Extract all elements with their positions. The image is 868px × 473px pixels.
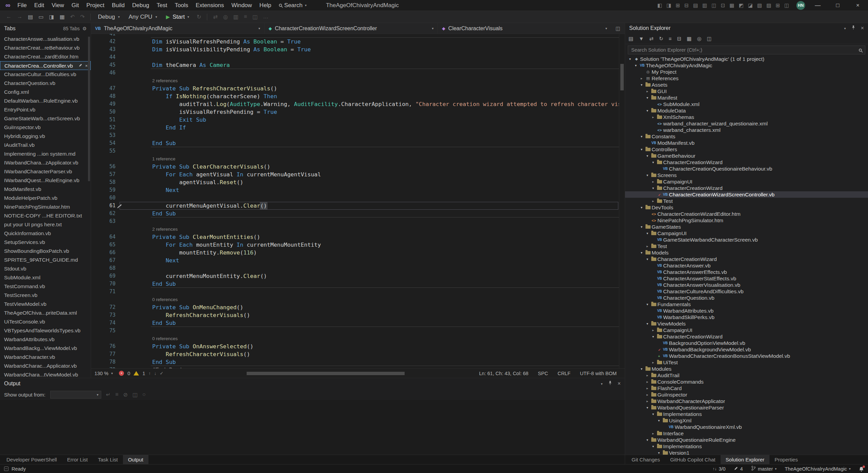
code-line[interactable]: 65 For Each mountEntity In currentMenuMo… [91,241,619,249]
split-icon[interactable]: ◫ [712,2,716,8]
code-line[interactable]: 71 [91,288,619,296]
chevron-down-icon[interactable]: ▾ [644,302,650,306]
chevron-right-icon[interactable]: ▸ [644,393,650,397]
close-icon[interactable]: × [861,25,864,31]
chevron-right-icon[interactable]: ▸ [650,180,656,183]
document-tab[interactable]: TheAgeOfChiva...priteData.xml [0,309,91,317]
background-tasks-icon[interactable] [4,467,8,471]
document-tab[interactable]: TestViewModel.vb [0,300,91,309]
chevron-down-icon[interactable]: ▾ [656,451,662,455]
chevron-right-icon[interactable]: ▸ [644,386,650,390]
notifications-bell-icon[interactable] [859,466,864,472]
breadcrumb-class-dropdown[interactable]: ◆ CharacterCreationWizardScreenControlle… [265,23,438,34]
document-tab[interactable]: Implementing ...ion system.md [0,150,91,158]
debug-configuration-dropdown[interactable]: Debug▾ [94,14,124,20]
code-line[interactable]: 59 Next [91,186,619,194]
code-line[interactable]: 55 [91,147,619,155]
tree-item[interactable]: VBCharacterAnswer.vb [625,262,868,269]
code-line[interactable]: 68 [91,264,619,272]
shade-icon[interactable]: ◩ [739,2,743,8]
document-tab[interactable]: IWarbandQuest...RuleEngine.vb [0,176,91,185]
document-tab[interactable]: VBTypesAndTaleworldsTypes.vb [0,326,91,335]
tree-item[interactable]: ▾Version1 [625,450,868,455]
chevron-down-icon[interactable]: ▾ [627,57,633,61]
zoom-control[interactable]: 130 %▾ [94,371,116,376]
code-line[interactable]: 74End Sub [91,319,619,327]
branch-selector[interactable]: master ▾ [751,466,777,472]
menu-debug[interactable]: Debug [128,0,153,11]
chevron-down-icon[interactable]: ▾ [644,438,650,442]
tree-item[interactable]: ▸CampaignUI [625,327,868,333]
document-tab[interactable]: put your UI pngs here.txt [0,220,91,229]
tree-item[interactable]: VB✓CharacterCreationWizardScreenControll… [625,191,868,198]
tree-item[interactable]: ▾Screens [625,172,868,178]
show-all-files-icon[interactable]: ▦ [687,36,692,42]
document-tab[interactable]: WarbandCharac...Applicator.vb [0,362,91,370]
chevron-down-icon[interactable]: ▾ [639,225,644,229]
chevron-down-icon[interactable]: ▾ [601,382,603,386]
save-icon[interactable]: ◨ [46,14,57,20]
tree-item[interactable]: ▾Implementations [625,443,868,450]
line-ending[interactable]: CRLF [557,371,570,376]
tree-item[interactable]: ▾Constants [625,133,868,140]
tree-item[interactable]: ▸▤References [625,75,868,82]
pending-edits-button[interactable]: 4 [734,466,743,472]
document-tab[interactable]: GameStateWarb...cterScreen.vb [0,114,91,123]
menu-edit[interactable]: Edit [31,0,48,11]
tree-item[interactable]: ▾CharacterCreationWizard [625,159,868,165]
tree-item[interactable]: ▸UiTest [625,359,868,366]
code-line[interactable]: 62End Sub [91,210,619,217]
open-file-icon[interactable]: ▭ [36,14,46,20]
dock-icon[interactable]: ⊡ [721,2,725,8]
tree-item[interactable]: <>warband_character_wizard_questionaire.… [625,120,868,127]
code-line[interactable]: 47Private Sub RefreshCharacterVisuals() [91,85,619,92]
tree-item[interactable]: ▾DevTools [625,204,868,211]
chevron-down-icon[interactable]: ▾ [644,109,650,112]
breadcrumb-project-dropdown[interactable]: VB TheAgeOfChivalryAndMagic ▾ [91,23,265,34]
chevron-down-icon[interactable]: ▾ [639,367,644,371]
chevron-down-icon[interactable]: ▾ [644,257,650,261]
nav-back-icon[interactable]: ← [3,14,14,20]
output-source-dropdown[interactable]: ▾ [50,391,101,399]
document-tab[interactable]: CharacterCultur...Difficulties.vb [0,70,91,79]
chevron-down-icon[interactable]: ▾ [844,27,846,30]
grid3-icon[interactable]: ⊞ [776,2,780,8]
document-tab[interactable]: TestScreen.vb [0,291,91,300]
chevron-down-icon[interactable]: ▾ [650,412,656,416]
tree-item[interactable]: ▾Manifest [625,94,868,101]
diag2-icon[interactable]: ▨ [766,2,771,8]
tree-item[interactable]: VBWarbandSkillPerks.vb [625,314,868,320]
panel-icon[interactable]: ▥ [231,14,241,20]
modified-indicator-icon[interactable] [78,62,83,70]
avatar[interactable]: HN [796,1,805,10]
code-line[interactable]: 58 agentVisual.Reset() [91,178,619,186]
tabs-scrollbar[interactable] [87,34,91,378]
messages-icon[interactable]: ≡ [115,391,118,398]
tree-item[interactable]: VBCharacterAnswerEffects.vb [625,269,868,275]
code-line[interactable]: 75 [91,327,619,335]
editor-horizontal-scrollbar[interactable] [172,371,470,375]
document-tab[interactable]: ModuleHelperPatch.vb [0,194,91,203]
close-button[interactable]: × [850,2,865,9]
platform-dropdown[interactable]: Any CPU▾ [124,14,161,20]
nav-forward-icon[interactable]: → [14,14,25,20]
sync-commits-button[interactable]: ↑↓ 3/0 [712,466,725,472]
grid2-icon[interactable]: ▦ [729,2,734,8]
tree-item[interactable]: ▸FlashCard [625,385,868,391]
close-icon[interactable]: × [618,381,621,387]
codelens-row[interactable]: 2 references [91,225,619,233]
tree-item[interactable]: VBWarbandAttributes.vb [625,308,868,314]
code-line[interactable]: 51 Exit Sub [91,116,619,124]
collapse-icon[interactable]: ⊟ [685,2,689,8]
menu-build[interactable]: Build [108,0,128,11]
chevron-right-icon[interactable]: ▸ [644,380,650,384]
tree-item[interactable]: ▸WarbandCharacterApplicator [625,398,868,404]
document-tab[interactable]: TestCommand.vb [0,282,91,291]
tree-item[interactable]: VBGameStateWarbandCharacterScreen.vb [625,236,868,243]
tree-item[interactable]: ▾GameBehaviour [625,153,868,159]
tree-item[interactable]: VBModManifest.vb [625,140,868,146]
tree-item[interactable]: VBCharacterCreationQuestionaireBehaviour… [625,165,868,172]
code-line[interactable]: 54End Sub [91,139,619,147]
layout-icon[interactable]: ◧ [657,2,662,8]
rows-icon[interactable]: ▤ [693,2,698,8]
